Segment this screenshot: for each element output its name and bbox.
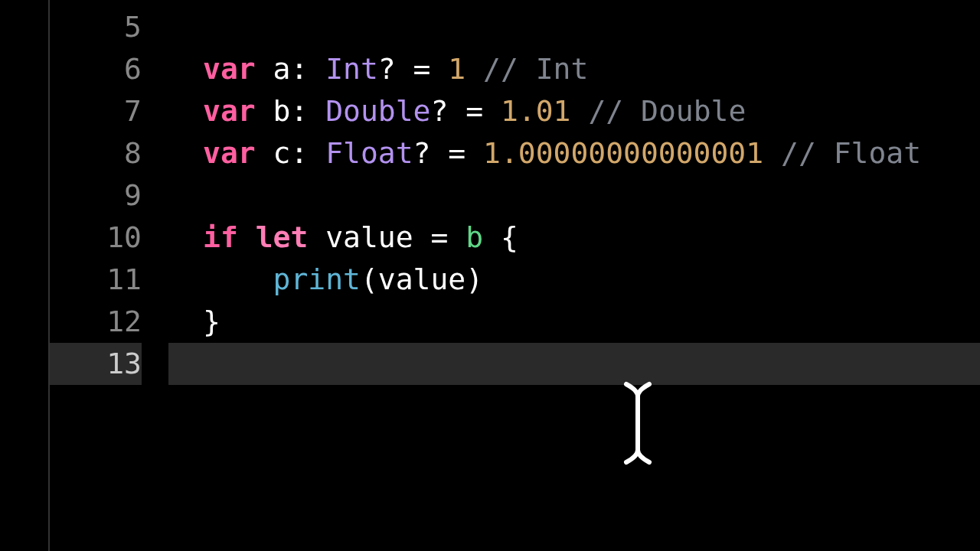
line-number: 8	[50, 132, 142, 174]
editor-left-margin	[0, 0, 50, 551]
code-line[interactable]	[168, 6, 980, 48]
line-number: 7	[50, 90, 142, 132]
code-token	[763, 132, 781, 174]
text-cursor-icon	[620, 381, 655, 465]
line-number: 11	[50, 259, 142, 301]
code-token: // Float	[781, 132, 921, 174]
code-editor[interactable]: 5678910111213 var a: Int? = 1 // Intvar …	[0, 0, 980, 551]
code-token: // Int	[483, 48, 588, 90]
code-token: (	[361, 259, 378, 301]
code-token: Double	[325, 90, 430, 132]
code-token	[466, 48, 483, 90]
code-token: :	[290, 132, 325, 174]
line-number: 12	[50, 301, 142, 343]
code-token: a	[273, 48, 291, 90]
code-token: {	[501, 217, 518, 259]
code-token: )	[466, 259, 483, 301]
code-token: b	[273, 90, 291, 132]
code-token: var	[203, 132, 273, 174]
line-number: 6	[50, 48, 142, 90]
code-token: print	[273, 259, 361, 301]
code-token: 1	[448, 48, 466, 90]
code-token: var	[203, 90, 273, 132]
code-token: b	[466, 217, 483, 259]
code-line[interactable]: if let value = b {	[168, 217, 980, 259]
line-number: 10	[50, 217, 142, 259]
code-token: value	[325, 217, 413, 259]
code-token	[203, 259, 273, 301]
line-number: 13	[50, 343, 142, 385]
code-line[interactable]: var a: Int? = 1 // Int	[168, 48, 980, 90]
code-token: :	[290, 48, 325, 90]
code-token: ? =	[378, 48, 449, 90]
code-line[interactable]: var c: Float? = 1.00000000000001 // Floa…	[168, 132, 980, 174]
code-token: =	[413, 217, 466, 259]
code-line[interactable]: }	[168, 301, 980, 343]
code-token: ? =	[430, 90, 501, 132]
code-token: 1.01	[501, 90, 571, 132]
code-token: }	[203, 301, 220, 343]
code-line[interactable]	[168, 343, 980, 385]
code-line[interactable]: var b: Double? = 1.01 // Double	[168, 90, 980, 132]
line-number: 9	[50, 174, 142, 217]
code-token: ? =	[413, 132, 484, 174]
line-number-gutter: 5678910111213	[50, 0, 168, 551]
code-token: c	[273, 132, 291, 174]
code-token: var	[203, 48, 273, 90]
code-token: :	[290, 90, 325, 132]
code-token: 1.00000000000001	[483, 132, 763, 174]
code-token: // Double	[588, 90, 746, 132]
code-token: Int	[325, 48, 378, 90]
code-token: if	[203, 217, 256, 259]
line-number: 5	[50, 6, 142, 48]
code-token	[570, 90, 588, 132]
code-text-area[interactable]: var a: Int? = 1 // Intvar b: Double? = 1…	[168, 0, 980, 551]
code-token: value	[378, 259, 466, 301]
code-token	[483, 217, 501, 259]
code-line[interactable]: print(value)	[168, 259, 980, 301]
code-token: let	[256, 217, 326, 259]
code-token: Float	[325, 132, 413, 174]
code-line[interactable]	[168, 174, 980, 217]
